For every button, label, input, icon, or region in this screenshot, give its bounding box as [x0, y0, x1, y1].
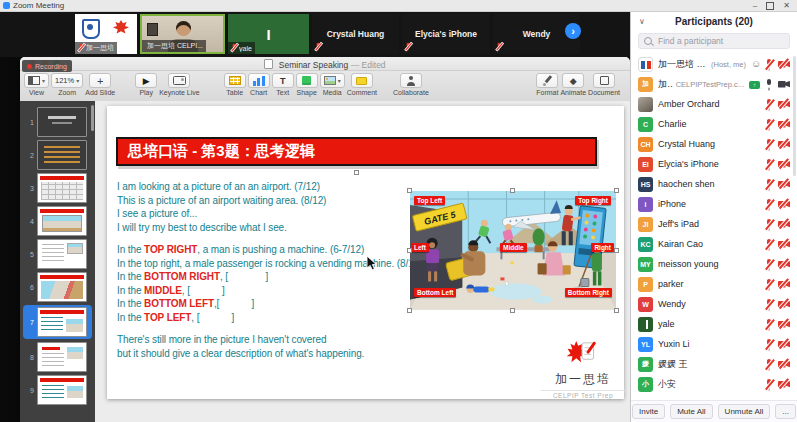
selection-handle[interactable] — [407, 248, 412, 253]
participant-row[interactable]: 小 小安 — [631, 374, 797, 394]
slide-thumbnail-row[interactable]: 8 — [23, 342, 92, 372]
participant-row[interactable]: JI Jeff's iPad — [631, 214, 797, 234]
comment-button[interactable] — [351, 73, 373, 88]
scrollbar[interactable] — [793, 56, 796, 176]
slide-thumbnail-row[interactable]: 4 — [23, 206, 92, 236]
next-tiles-button[interactable]: › — [565, 23, 581, 39]
footer-button[interactable]: Unmute All — [718, 404, 771, 419]
selection-handle[interactable] — [510, 308, 515, 313]
document-button[interactable] — [593, 73, 615, 88]
slide-number: 5 — [23, 251, 34, 258]
slide-thumbnail[interactable] — [37, 107, 87, 137]
table-button[interactable] — [224, 73, 246, 88]
slide-title-banner[interactable]: 思培口语 - 第3题：思考逻辑 — [116, 137, 597, 166]
airport-picture[interactable]: GATE 5 — [410, 191, 616, 310]
slide-thumbnail[interactable] — [37, 272, 87, 302]
participant-row[interactable]: MY meisson young — [631, 254, 797, 274]
slide-thumbnail[interactable] — [37, 375, 87, 405]
slide[interactable]: 思培口语 - 第3题：思考逻辑 I am looking at a pictur… — [107, 106, 624, 399]
participant-name: haochen shen — [658, 179, 715, 189]
slide-thumbnail-row[interactable]: 1 — [23, 107, 92, 137]
participant-search[interactable] — [638, 33, 790, 49]
slide-thumbnail[interactable] — [37, 239, 87, 269]
footer-button[interactable]: ... — [775, 404, 796, 419]
avatar: 小 — [638, 377, 653, 392]
chart-button[interactable] — [248, 73, 270, 88]
participant-status-icons — [764, 159, 790, 170]
slide-thumbnail-row[interactable]: 2 — [23, 140, 92, 170]
selection-handle[interactable] — [407, 188, 412, 193]
slide-thumbnail-row[interactable]: 6 — [23, 272, 92, 302]
participant-row[interactable]: CH Crystal Huang — [631, 134, 797, 154]
zoom-titlebar: Zoom Meeting – ✕ — [0, 0, 797, 12]
participant-row[interactable]: 媛 媛媛 王 — [631, 354, 797, 374]
participant-row[interactable]: 加 加一思培 CELPIPTestPrep.c... — [631, 74, 797, 94]
slide-thumbnail-row[interactable]: 7 — [23, 305, 92, 339]
video-tile[interactable]: 加一思培 加一思培 — [75, 14, 137, 54]
participant-row[interactable]: C Charlie — [631, 114, 797, 134]
toolbar-icon — [542, 75, 553, 86]
shape-button[interactable] — [296, 73, 318, 88]
mic-muted-icon — [496, 43, 503, 51]
zoom-button[interactable]: 121% ▾ — [51, 73, 83, 88]
mic-on-icon — [764, 79, 774, 90]
sidebar-scrollbar[interactable] — [91, 105, 94, 131]
slide-body-text[interactable]: I am looking at a picture of an an airpo… — [117, 180, 427, 360]
selection-handle[interactable] — [614, 248, 619, 253]
slide-thumbnail[interactable] — [37, 342, 87, 372]
selection-handle[interactable] — [354, 170, 359, 175]
toolbar-label: Chart — [250, 89, 267, 96]
video-tile[interactable]: I yale yale — [228, 14, 309, 54]
position-label: Top Right — [575, 196, 611, 205]
minimize-icon[interactable]: – — [753, 2, 757, 10]
text-button[interactable]: T — [272, 73, 294, 88]
mic-muted-icon — [764, 259, 774, 270]
media-button[interactable]: ▾ — [320, 73, 345, 88]
slide-thumbnail-row[interactable]: 5 — [23, 239, 92, 269]
video-tile[interactable]: Crystal Huang Crystal Huang — [312, 14, 399, 54]
participant-name: Crystal Huang — [658, 139, 715, 149]
toolbar-label: Animate — [560, 89, 586, 96]
close-icon[interactable]: ✕ — [783, 2, 790, 10]
selection-handle[interactable] — [614, 308, 619, 313]
selection-handle[interactable] — [614, 188, 619, 193]
participant-row[interactable]: EI Elycia's iPhone — [631, 154, 797, 174]
slide-thumbnail-row[interactable]: 9 — [23, 375, 92, 405]
participant-row[interactable]: KC Kairan Cao — [631, 234, 797, 254]
slide-thumbnail[interactable] — [37, 307, 87, 337]
slide-number: 8 — [23, 354, 34, 361]
participant-status-icons — [764, 319, 790, 330]
mic-muted-icon — [315, 43, 322, 51]
play-button[interactable]: ▶ — [135, 73, 157, 88]
keynote-live-button[interactable] — [168, 73, 190, 88]
animate-button[interactable]: ◆ — [562, 73, 584, 88]
slide-thumbnail[interactable] — [37, 173, 87, 203]
add-slide-button[interactable]: + — [89, 73, 111, 88]
participant-row[interactable]: YL Yuxin Li — [631, 334, 797, 354]
maximize-icon[interactable] — [766, 2, 774, 10]
video-tile[interactable]: 加一思培 CELPI... 加一思培 CELPI... — [140, 14, 225, 54]
slide-thumbnail[interactable] — [37, 206, 87, 236]
collaborate-button[interactable] — [400, 73, 422, 88]
selection-handle[interactable] — [510, 188, 515, 193]
format-button[interactable] — [536, 73, 558, 88]
selection-handle[interactable] — [407, 308, 412, 313]
video-tile[interactable]: Elycia's iPhone Elycia's iPhone — [402, 14, 490, 54]
participant-row[interactable]: 加一思培 李洋... (Host, me) — [631, 54, 797, 74]
view-button[interactable]: ▾ — [24, 73, 49, 88]
participant-row[interactable]: i iPhone — [631, 194, 797, 214]
participant-status-icons — [751, 59, 790, 70]
edited-badge: — Edited — [351, 60, 386, 70]
participant-row[interactable]: W Wendy — [631, 294, 797, 314]
search-input[interactable] — [656, 35, 784, 47]
video-off-icon — [778, 359, 790, 370]
slide-thumbnail-row[interactable]: 3 — [23, 173, 92, 203]
slide-number: 1 — [23, 119, 34, 126]
participant-row[interactable]: Amber Orchard — [631, 94, 797, 114]
participant-row[interactable]: yale — [631, 314, 797, 334]
slide-thumbnail[interactable] — [37, 140, 87, 170]
footer-button[interactable]: Invite — [632, 404, 665, 419]
participant-row[interactable]: P parker — [631, 274, 797, 294]
participant-row[interactable]: HS haochen shen — [631, 174, 797, 194]
footer-button[interactable]: Mute All — [670, 404, 712, 419]
